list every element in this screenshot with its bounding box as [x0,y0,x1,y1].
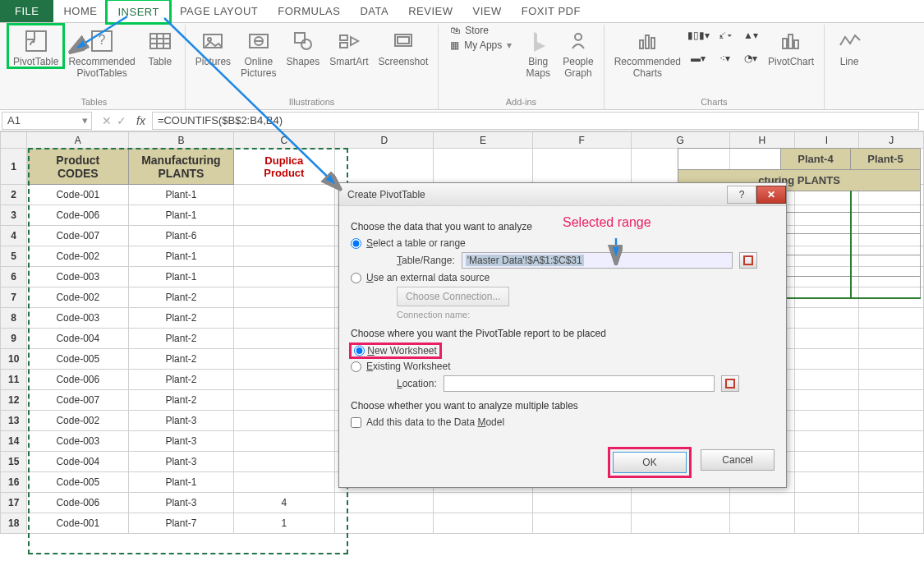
cell-c3[interactable] [233,205,335,226]
bing-maps-button[interactable]: Bing Maps [518,25,558,79]
cell-a8[interactable]: Code-003 [27,308,129,329]
row-header-6[interactable]: 6 [1,267,27,287]
row-header-4[interactable]: 4 [1,226,27,246]
chart-other-icon[interactable]: ◔▾ [738,53,763,74]
cell-c12[interactable] [233,390,335,411]
radio-select-table[interactable] [351,238,361,249]
row-header-17[interactable]: 17 [1,493,27,513]
cell-b9[interactable]: Plant-2 [129,329,233,349]
chart-scatter-icon[interactable]: ⁖▾ [712,53,737,74]
cell-a12[interactable]: Code-007 [27,390,129,411]
radio-existing-worksheet[interactable] [351,361,361,372]
cell-b6[interactable]: Plant-1 [129,267,233,287]
cell-a17[interactable]: Code-006 [27,493,129,513]
cell-c13[interactable] [233,411,335,431]
smartart-button[interactable]: SmartArt [324,25,373,67]
cell-b14[interactable]: Plant-3 [129,431,233,452]
range-picker-button[interactable] [739,252,757,269]
cancel-button[interactable]: Cancel [701,449,775,471]
online-pictures-button[interactable]: Online Pictures [236,25,281,79]
cell-b1[interactable]: ManufacturingPLANTS [129,149,233,185]
cell-c15[interactable] [233,452,335,472]
cell-a4[interactable]: Code-007 [27,226,129,246]
formula-enter-icon[interactable]: ✓ [117,114,126,127]
cell-a13[interactable]: Code-002 [27,411,129,431]
tab-home[interactable]: HOME [53,0,107,22]
people-graph-button[interactable]: People Graph [558,25,598,79]
cell-b10[interactable]: Plant-2 [129,349,233,370]
cell-b12[interactable]: Plant-2 [129,390,233,411]
cell-a9[interactable]: Code-004 [27,329,129,349]
row-header-2[interactable]: 2 [1,185,27,205]
cell-b15[interactable]: Plant-3 [129,452,233,472]
row-header-11[interactable]: 11 [1,370,27,390]
cell-c2[interactable] [233,185,335,205]
col-header-b[interactable]: B [129,132,233,149]
cell-c9[interactable] [233,329,335,349]
cell-a6[interactable]: Code-003 [27,267,129,287]
cell-c7[interactable] [233,287,335,308]
cell-c8[interactable] [233,308,335,329]
tab-data[interactable]: DATA [350,0,398,22]
chart-bar-icon[interactable]: ▬▾ [686,53,710,74]
cell-a14[interactable]: Code-003 [27,431,129,452]
row-header-9[interactable]: 9 [1,329,27,349]
tab-review[interactable]: REVIEW [398,0,462,22]
col-header-e[interactable]: E [434,132,532,149]
my-apps-button[interactable]: ▦My Apps▾ [450,39,512,51]
table-range-input[interactable]: 'Master Data'!$A$1:$C$31 [462,252,733,269]
sparkline-line-button[interactable]: Line [830,25,869,67]
cell-c17[interactable]: 4 [233,493,335,513]
cell-c14[interactable] [233,431,335,452]
col-header-g[interactable]: G [631,132,729,149]
col-header-j[interactable]: J [859,132,924,149]
screenshot-button[interactable]: Screenshot [374,25,434,67]
cell-c18[interactable]: 1 [233,513,335,534]
col-header-c[interactable]: C [233,132,335,149]
cell-a18[interactable]: Code-001 [27,513,129,534]
cell-b7[interactable]: Plant-2 [129,287,233,308]
cell-b8[interactable]: Plant-2 [129,308,233,329]
row-header-3[interactable]: 3 [1,205,27,226]
radio-external-source[interactable] [351,273,361,283]
cell-c5[interactable] [233,246,335,267]
row-header-10[interactable]: 10 [1,349,27,370]
select-all-corner[interactable] [1,132,27,149]
cell-c4[interactable] [233,226,335,246]
dialog-help-button[interactable]: ? [727,186,756,204]
cell-a3[interactable]: Code-006 [27,205,129,226]
pictures-button[interactable]: Pictures [191,25,236,67]
row-header-8[interactable]: 8 [1,308,27,329]
tab-insert[interactable]: INSERT [107,0,169,23]
col-header-f[interactable]: F [532,132,631,149]
row-header-14[interactable]: 14 [1,431,27,452]
chart-line-icon[interactable]: ⭹▾ [712,30,737,51]
col-header-d[interactable]: D [335,132,434,149]
table-button[interactable]: Table [140,25,180,67]
row-header-5[interactable]: 5 [1,246,27,267]
location-input[interactable] [444,375,715,392]
row-header-13[interactable]: 13 [1,411,27,431]
tab-foxit-pdf[interactable]: FOXIT PDF [512,0,591,22]
tab-page-layout[interactable]: PAGE LAYOUT [170,0,268,22]
cell-b3[interactable]: Plant-1 [129,205,233,226]
cell-b17[interactable]: Plant-3 [129,493,233,513]
row-header-15[interactable]: 15 [1,452,27,472]
cell-c6[interactable] [233,267,335,287]
chart-area-icon[interactable]: ▲▾ [738,30,763,51]
dialog-close-button[interactable]: ✕ [756,186,786,204]
name-box-dropdown-icon[interactable]: ▾ [78,114,91,126]
row-header-7[interactable]: 7 [1,287,27,308]
cell-a7[interactable]: Code-002 [27,287,129,308]
col-header-i[interactable]: I [794,132,858,149]
chart-column-icon[interactable]: ▮▯▮▾ [686,30,710,51]
row-header-16[interactable]: 16 [1,472,27,493]
radio-new-worksheet[interactable] [354,345,365,356]
col-header-h[interactable]: H [729,132,794,149]
fx-icon[interactable]: fx [133,114,152,127]
location-picker-button[interactable] [721,375,739,392]
cell-c1[interactable]: DuplicaProduct [233,149,335,185]
ok-button[interactable]: OK [613,452,687,473]
cell-a10[interactable]: Code-005 [27,349,129,370]
tab-file[interactable]: FILE [0,0,53,22]
